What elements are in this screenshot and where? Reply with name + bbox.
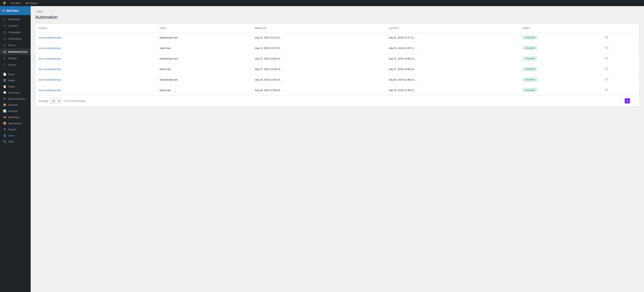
- sidebar-item-licence-label: Licence: [8, 63, 17, 66]
- sidebar-item-pages-label: Pages: [8, 85, 15, 88]
- dashboard-icon: ◻: [3, 17, 6, 21]
- users-icon: 👤: [3, 134, 6, 137]
- sidebar-item-comments[interactable]: 💬 Comments: [0, 90, 31, 96]
- col-started-on: Started On: [252, 24, 386, 32]
- sidebar-brand[interactable]: ✉ Mail Mint: [0, 6, 31, 15]
- contact-link-4[interactable]: dev-email@wpengin...: [38, 78, 63, 81]
- sidebar-item-users[interactable]: 👤 Users: [0, 133, 31, 139]
- back-link[interactable]: « Back: [35, 10, 640, 13]
- comments-icon: 💬: [3, 91, 6, 94]
- products-icon: 📦: [3, 103, 6, 106]
- status-badge: completed: [522, 67, 537, 71]
- campaigns-icon: ◻: [3, 30, 6, 34]
- svg-point-2: [606, 58, 607, 59]
- sidebar-item-media[interactable]: 🖼 Media: [0, 77, 31, 83]
- sidebar-item-automations[interactable]: ◻ Automations: [0, 35, 31, 42]
- sidebar-item-forms[interactable]: ◻ Forms: [0, 42, 31, 48]
- row-3-contact: dev-email@wpengin...: [36, 64, 156, 74]
- automation-table-card: Contact Action Started On Last Run Statu…: [35, 24, 640, 106]
- analytics-icon: 📊: [3, 110, 6, 113]
- sidebar-item-appearance[interactable]: 🎨 Appearance: [0, 120, 31, 126]
- row-1-contact: dev-email@wpengin...: [36, 43, 156, 53]
- table-footer: Showing 10 25 50 100 1-6 of 6 Automation…: [36, 95, 639, 106]
- sidebar-item-products-label: Products: [8, 104, 18, 106]
- admin-bar-my-sites[interactable]: My Sites: [10, 2, 22, 4]
- contact-link-2[interactable]: dev-email@wpengin...: [38, 57, 63, 60]
- row-5-action: Send mail: [156, 85, 252, 96]
- row-4-last-run: July 26, 2023 12:36:23 ...: [386, 74, 519, 85]
- contact-link-0[interactable]: dev-email@wpengin...: [38, 36, 63, 39]
- sidebar-item-posts[interactable]: 📄 Posts: [0, 71, 31, 77]
- sidebar-item-licence[interactable]: ◻ Licence: [0, 61, 31, 68]
- col-last-run: Last Run: [386, 24, 519, 32]
- tools-icon: 🔧: [3, 140, 6, 143]
- sidebar-item-forms-label: Forms: [8, 44, 15, 47]
- sidebar-item-analytics[interactable]: 📊 Analytics: [0, 108, 31, 114]
- contact-link-3[interactable]: dev-email@wpengin...: [38, 68, 63, 71]
- table-row: dev-email@wpengin...Abandoned CartJuly 2…: [36, 53, 639, 64]
- sidebar-item-appearance-label: Appearance: [8, 122, 22, 125]
- view-icon[interactable]: [605, 47, 608, 50]
- contact-link-1[interactable]: dev-email@wpengin...: [38, 47, 63, 50]
- sidebar-item-settings[interactable]: ◻ Settings: [0, 55, 31, 61]
- status-badge: completed: [522, 56, 537, 61]
- media-icon: 🖼: [3, 79, 6, 82]
- sidebar-item-marketing[interactable]: 📣 Marketing: [0, 114, 31, 120]
- sidebar-item-pages[interactable]: 📋 Pages: [0, 83, 31, 90]
- view-icon[interactable]: [605, 78, 608, 82]
- admin-bar-site-name[interactable]: WP Engine: [24, 2, 39, 4]
- view-icon[interactable]: [605, 57, 608, 60]
- last-page-button[interactable]: »: [631, 98, 636, 104]
- view-icon[interactable]: [605, 36, 608, 39]
- row-1-view: [602, 43, 639, 53]
- sidebar-item-tools[interactable]: 🔧 Tools: [0, 139, 31, 145]
- mail-mint-nav: ◻ Dashboard ◻ Contacts ◻ Campaigns ◻ Aut…: [0, 15, 31, 69]
- sidebar-item-contacts[interactable]: ◻ Contacts: [0, 22, 31, 29]
- row-2-action: Abandoned Cart: [156, 53, 252, 64]
- row-0-started-on: July 31, 2023 12:37:21 ...: [252, 32, 386, 43]
- first-page-button[interactable]: «: [618, 98, 624, 104]
- plugins-icon: 🔌: [3, 128, 6, 131]
- sidebar-item-tools-label: Tools: [8, 140, 14, 143]
- row-5-view: [602, 85, 639, 96]
- row-5-started-on: July 26, 2023 12:36:23 ...: [252, 85, 386, 96]
- row-1-started-on: July 31, 2023 12:37:21 ...: [252, 43, 386, 53]
- sidebar-item-campaigns[interactable]: ◻ Campaigns: [0, 29, 31, 35]
- row-2-status: completed: [520, 53, 602, 64]
- table-row: dev-email@wpengin...Abandoned CartJuly 2…: [36, 74, 639, 85]
- table-header-row: Contact Action Started On Last Run Statu…: [36, 24, 639, 32]
- page-title: Automation: [35, 15, 640, 20]
- table-row: dev-email@wpengin...Send mailJuly 27, 20…: [36, 64, 639, 74]
- svg-point-4: [606, 79, 607, 80]
- sidebar-item-products[interactable]: 📦 Products: [0, 102, 31, 108]
- sidebar-item-plugins[interactable]: 🔌 Plugins: [0, 126, 31, 133]
- row-4-view: [602, 74, 639, 85]
- per-page-select[interactable]: 10 25 50 100: [50, 99, 61, 103]
- sidebar-item-woocommerce[interactable]: 🛒 WooCommerce: [0, 96, 31, 102]
- page-1-button[interactable]: 1: [625, 98, 630, 104]
- status-badge: completed: [522, 78, 537, 82]
- view-icon[interactable]: [605, 68, 608, 71]
- sidebar-item-abandoned-cart[interactable]: ◻ Abandoned Cart: [0, 48, 31, 55]
- sidebar-divider: [0, 69, 31, 70]
- contact-link-5[interactable]: dev-email@wpengin...: [38, 89, 63, 92]
- automations-icon: ◻: [3, 37, 6, 40]
- view-icon[interactable]: [605, 89, 608, 92]
- posts-icon: 📄: [3, 73, 6, 76]
- sidebar: ✉ Mail Mint ◻ Dashboard ◻ Contacts ◻ Cam…: [0, 6, 31, 292]
- row-0-action: Abandoned Cart: [156, 32, 252, 43]
- sidebar-item-woocommerce-label: WooCommerce: [8, 97, 25, 100]
- row-1-last-run: July 31, 2023 12:37:21 ...: [386, 43, 519, 53]
- row-4-started-on: July 26, 2023 12:36:23 ...: [252, 74, 386, 85]
- row-1-action: Send mail: [156, 43, 252, 53]
- sidebar-item-analytics-label: Analytics: [8, 110, 18, 113]
- sidebar-item-dashboard[interactable]: ◻ Dashboard: [0, 16, 31, 22]
- svg-point-3: [606, 68, 607, 69]
- abandoned-cart-icon: ◻: [3, 50, 6, 53]
- sidebar-item-users-label: Users: [8, 134, 14, 137]
- table-row: dev-email@wpengin...Abandoned CartJuly 3…: [36, 32, 639, 43]
- row-3-last-run: July 27, 2023 10:58:14 ...: [386, 64, 519, 74]
- row-4-status: completed: [520, 74, 602, 85]
- mail-mint-icon: ✉: [2, 9, 5, 12]
- row-3-view: [602, 64, 639, 74]
